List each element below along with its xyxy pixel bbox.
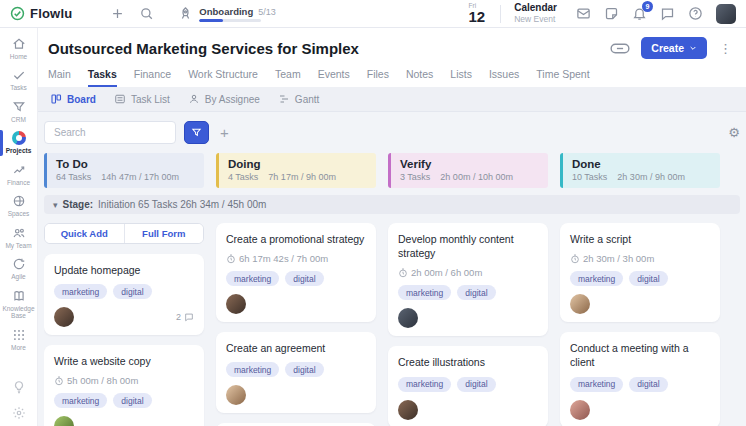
time-spent: 6h 17m 42s / 7h 00m [239,253,328,264]
task-card[interactable]: Create a promotional strategy 6h 17m 42s… [216,223,376,322]
quick-add-icon[interactable] [110,6,125,21]
comments-indicator[interactable]: 2 [176,312,194,322]
column-header-doing[interactable]: Doing 4 Tasks 7h 17m / 9h 00m [216,153,376,188]
team-icon [12,226,26,240]
tag-digital[interactable]: digital [457,377,495,392]
timer-icon [226,254,236,264]
view-by-assignee[interactable]: By Assignee [188,93,260,105]
tag-digital[interactable]: digital [113,284,151,299]
integrations-gear-icon[interactable] [12,406,26,420]
search-icon[interactable] [139,6,154,21]
tag-digital[interactable]: digital [285,362,323,377]
task-card[interactable]: Update homepage marketing digital 2 [44,254,204,335]
sidebar-item-finance[interactable]: Finance [0,159,37,190]
page-header: Outsourced Marketing Services for Simple… [38,28,746,87]
user-avatar[interactable] [716,4,736,24]
full-form-button[interactable]: Full Form [125,224,204,243]
sidebar-item-knowledge-base[interactable]: Knowledge Base [0,285,37,324]
tag-digital[interactable]: digital [457,285,495,300]
tab-main[interactable]: Main [48,68,71,87]
sidebar-item-projects[interactable]: Projects [0,127,37,158]
task-card[interactable]: Create illustrations marketing digital [388,346,548,426]
tab-finance[interactable]: Finance [134,68,171,87]
view-board[interactable]: Board [50,93,96,105]
tab-files[interactable]: Files [367,68,389,87]
more-options-icon[interactable]: ⋮ [715,41,736,56]
add-filter-icon[interactable]: + [217,125,232,140]
assignee-avatar[interactable] [398,400,418,420]
tab-work-structure[interactable]: Work Structure [188,68,258,87]
brand-name: Flowlu [30,6,72,21]
crm-funnel-icon [12,100,26,114]
assignee-avatar[interactable] [398,308,418,328]
tab-notes[interactable]: Notes [406,68,433,87]
sidebar-item-crm[interactable]: CRM [0,96,37,127]
tag-marketing[interactable]: marketing [570,377,623,392]
calendar-widget[interactable]: Calendar New Event [514,2,557,24]
assignee-avatar[interactable] [226,385,246,405]
task-card[interactable]: Create an agreement marketing digital [216,332,376,413]
date-widget[interactable]: Fri 12 [469,3,486,25]
view-gantt[interactable]: Gantt [278,93,319,105]
tag-marketing[interactable]: marketing [398,377,451,392]
flowlu-logo[interactable]: Flowlu [10,6,72,21]
sidebar-item-spaces[interactable]: Spaces [0,190,37,221]
tab-team[interactable]: Team [275,68,301,87]
tab-lists[interactable]: Lists [450,68,472,87]
column-todo: Quick Add Full Form Update homepage mark… [44,223,204,426]
column-header-verify[interactable]: Verify 3 Tasks 2h 00m / 10h 00m [388,153,548,188]
tag-marketing[interactable]: marketing [570,271,623,286]
sidebar-item-agile[interactable]: Agile [0,253,37,284]
column-header-todo[interactable]: To Do 64 Tasks 14h 47m / 17h 00m [44,153,204,188]
task-card[interactable]: Conduct a meeting with a client marketin… [560,332,720,426]
tag-marketing[interactable]: marketing [54,284,107,299]
assignee-avatar[interactable] [226,294,246,314]
board-settings-gear-icon[interactable]: ⚙ [728,125,740,140]
tag-marketing[interactable]: marketing [54,393,107,408]
onboarding-progress[interactable]: Onboarding 5/13 [178,6,275,22]
stage-group-bar[interactable]: ▾ Stage: Initiation 65 Tasks 26h 34m / 4… [44,195,740,214]
comments-count: 2 [176,312,181,322]
notes-icon[interactable] [604,6,619,21]
tab-events[interactable]: Events [318,68,350,87]
notifications-bell[interactable]: 9 [632,6,647,21]
assignee-avatar[interactable] [570,400,590,420]
idea-bulb-icon[interactable] [12,380,26,394]
tag-digital[interactable]: digital [629,377,667,392]
task-title: Update homepage [54,263,194,277]
chat-icon[interactable] [660,6,675,21]
column-time: 14h 47m / 17h 00m [101,172,179,182]
tab-issues[interactable]: Issues [489,68,519,87]
sidebar-item-my-team[interactable]: My Team [0,222,37,253]
view-task-list[interactable]: Task List [114,93,170,105]
filter-button[interactable] [184,121,209,144]
view-label: By Assignee [205,94,260,105]
sidebar-item-more[interactable]: More [0,324,37,355]
tag-marketing[interactable]: marketing [226,362,279,377]
task-title: Create illustrations [398,355,538,369]
assignee-avatar[interactable] [570,294,590,314]
tag-digital[interactable]: digital [285,271,323,286]
assignee-avatar[interactable] [54,307,74,327]
create-button[interactable]: Create [641,37,707,59]
sidebar-item-home[interactable]: Home [0,33,37,64]
task-card[interactable]: Write a script 2h 30m / 3h 00m marketing… [560,223,720,322]
tag-digital[interactable]: digital [113,393,151,408]
sidebar-label: More [11,344,26,351]
task-card[interactable]: Develop monthly content strategy 2h 00m … [388,223,548,336]
mail-icon[interactable] [576,6,591,21]
help-icon[interactable] [688,6,703,21]
copy-link-icon[interactable] [607,39,633,57]
assignee-avatar[interactable] [54,416,74,426]
tag-digital[interactable]: digital [629,271,667,286]
tag-marketing[interactable]: marketing [398,285,451,300]
time-spent: 2h 30m / 3h 00m [583,253,654,264]
search-input[interactable] [44,121,176,144]
task-card[interactable]: Write a website copy 5h 00m / 8h 00m mar… [44,345,204,426]
tab-tasks[interactable]: Tasks [88,68,117,87]
tab-time-spent[interactable]: Time Spent [536,68,589,87]
sidebar-item-tasks[interactable]: Tasks [0,64,37,95]
quick-add-button[interactable]: Quick Add [45,224,124,243]
column-header-done[interactable]: Done 10 Tasks 2h 30m / 9h 00m [560,153,720,188]
tag-marketing[interactable]: marketing [226,271,279,286]
